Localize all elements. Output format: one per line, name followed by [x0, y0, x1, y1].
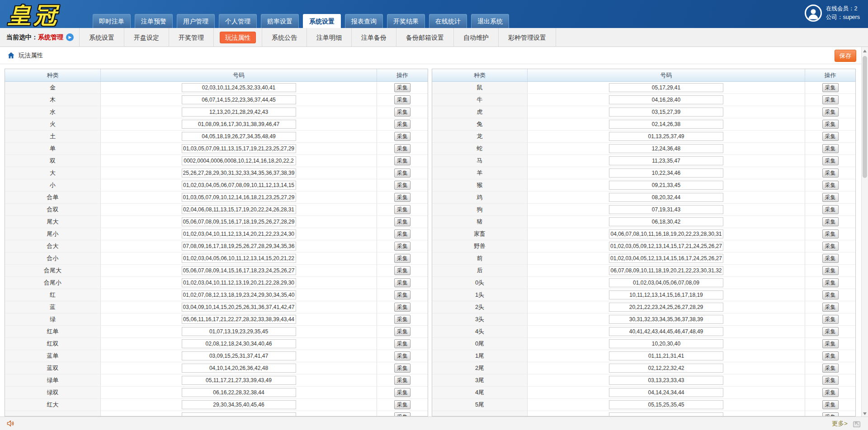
collect-button[interactable]: 采集 [822, 266, 839, 275]
numbers-input[interactable] [609, 364, 723, 373]
numbers-input[interactable] [609, 266, 723, 275]
collect-button[interactable]: 采集 [394, 327, 410, 336]
numbers-input[interactable] [182, 412, 296, 416]
scrollbar-thumb[interactable] [863, 56, 867, 178]
numbers-input[interactable] [182, 120, 296, 129]
numbers-input[interactable] [609, 144, 723, 153]
collect-button[interactable]: 采集 [394, 181, 410, 190]
numbers-input[interactable] [182, 217, 296, 226]
numbers-input[interactable] [609, 400, 723, 409]
collect-button[interactable]: 采集 [394, 120, 410, 129]
numbers-input[interactable] [609, 254, 723, 263]
nav-tab-personal-mgmt[interactable]: 个人管理 [219, 14, 257, 28]
nav-tab-instant-bets[interactable]: 即时注单 [93, 14, 131, 28]
collect-button[interactable]: 采集 [394, 315, 410, 324]
numbers-input[interactable] [182, 193, 296, 202]
collect-button[interactable]: 采集 [822, 181, 839, 190]
numbers-input[interactable] [182, 108, 296, 117]
numbers-input[interactable] [609, 303, 723, 312]
numbers-input[interactable] [182, 266, 296, 275]
collect-button[interactable]: 采集 [822, 327, 839, 336]
numbers-input[interactable] [609, 83, 723, 92]
numbers-input[interactable] [609, 278, 723, 287]
numbers-input[interactable] [609, 315, 723, 324]
numbers-input[interactable] [609, 156, 723, 165]
nav-tab-online-stats[interactable]: 在线统计 [429, 14, 467, 28]
collect-button[interactable]: 采集 [822, 120, 839, 129]
collect-button[interactable]: 采集 [394, 254, 410, 263]
numbers-input[interactable] [182, 181, 296, 190]
collect-button[interactable]: 采集 [822, 303, 839, 312]
subnav-item-backup-email[interactable]: 备份邮箱设置 [396, 28, 453, 47]
speaker-icon[interactable] [6, 419, 15, 428]
nav-tab-user-mgmt[interactable]: 用户管理 [177, 14, 215, 28]
expand-icon[interactable] [852, 419, 862, 429]
collect-button[interactable]: 采集 [822, 254, 839, 263]
collect-button[interactable]: 采集 [394, 156, 410, 165]
subnav-item-bet-backup[interactable]: 注单备份 [351, 28, 396, 47]
vertical-scrollbar[interactable] [861, 47, 868, 418]
collect-button[interactable]: 采集 [394, 144, 410, 153]
scroll-down-arrow-icon[interactable] [863, 412, 867, 415]
numbers-input[interactable] [609, 376, 723, 385]
collect-button[interactable]: 采集 [394, 193, 410, 202]
collect-button[interactable]: 采集 [822, 278, 839, 287]
more-link[interactable]: 更多> [832, 420, 848, 428]
collect-button[interactable]: 采集 [822, 205, 839, 214]
numbers-input[interactable] [182, 156, 296, 165]
nav-tab-system-settings[interactable]: 系统设置 [303, 14, 341, 28]
numbers-input[interactable] [182, 144, 296, 153]
numbers-input[interactable] [609, 412, 723, 416]
subnav-item-bet-details[interactable]: 注单明细 [307, 28, 351, 47]
numbers-input[interactable] [609, 217, 723, 226]
numbers-input[interactable] [609, 339, 723, 348]
collect-button[interactable]: 采集 [822, 388, 839, 397]
numbers-input[interactable] [609, 242, 723, 251]
numbers-input[interactable] [609, 132, 723, 141]
collect-button[interactable]: 采集 [822, 364, 839, 373]
numbers-input[interactable] [182, 351, 296, 360]
numbers-input[interactable] [609, 120, 723, 129]
collect-button[interactable]: 采集 [822, 400, 839, 409]
numbers-input[interactable] [182, 327, 296, 336]
numbers-input[interactable] [182, 339, 296, 348]
numbers-input[interactable] [609, 205, 723, 214]
subnav-item-opening-settings[interactable]: 开盘设定 [124, 28, 169, 47]
numbers-input[interactable] [182, 290, 296, 299]
subnav-item-play-attributes[interactable]: 玩法属性 [213, 28, 262, 47]
numbers-input[interactable] [609, 327, 723, 336]
numbers-input[interactable] [182, 278, 296, 287]
collect-button[interactable]: 采集 [394, 83, 410, 92]
save-button[interactable]: 保存 [835, 50, 856, 62]
numbers-input[interactable] [609, 168, 723, 178]
collect-button[interactable]: 采集 [394, 376, 410, 385]
collect-button[interactable]: 采集 [394, 303, 410, 312]
collect-button[interactable]: 采集 [394, 242, 410, 251]
numbers-input[interactable] [609, 229, 723, 238]
collect-button[interactable]: 采集 [822, 193, 839, 202]
numbers-input[interactable] [609, 388, 723, 397]
collect-button[interactable]: 采集 [822, 412, 839, 416]
subnav-item-auto-maintenance[interactable]: 自动维护 [453, 28, 498, 47]
collect-button[interactable]: 采集 [822, 217, 839, 226]
collect-button[interactable]: 采集 [394, 388, 410, 397]
numbers-input[interactable] [182, 229, 296, 238]
numbers-input[interactable] [182, 242, 296, 251]
numbers-input[interactable] [609, 351, 723, 360]
numbers-input[interactable] [182, 303, 296, 312]
subnav-item-system-notice[interactable]: 系统公告 [262, 28, 307, 47]
numbers-input[interactable] [182, 168, 296, 178]
numbers-input[interactable] [609, 290, 723, 299]
numbers-input[interactable] [182, 254, 296, 263]
collect-button[interactable]: 采集 [822, 376, 839, 385]
numbers-input[interactable] [182, 388, 296, 397]
collect-button[interactable]: 采集 [394, 205, 410, 214]
collect-button[interactable]: 采集 [394, 351, 410, 360]
collect-button[interactable]: 采集 [822, 156, 839, 165]
collect-button[interactable]: 采集 [394, 108, 410, 117]
collect-button[interactable]: 采集 [394, 217, 410, 226]
collect-button[interactable]: 采集 [394, 266, 410, 275]
collect-button[interactable]: 采集 [822, 132, 839, 141]
collect-button[interactable]: 采集 [394, 412, 410, 416]
collect-button[interactable]: 采集 [394, 229, 410, 238]
